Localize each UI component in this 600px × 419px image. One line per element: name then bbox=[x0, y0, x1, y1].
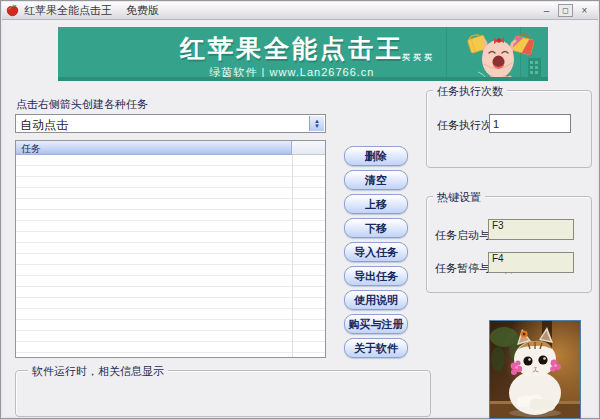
status-info-legend: 软件运行时，相关信息显示 bbox=[28, 364, 168, 379]
clear-button[interactable]: 清空 bbox=[344, 170, 408, 190]
spin-down-icon[interactable]: ▼ bbox=[314, 124, 320, 129]
exec-count-legend: 任务执行次数 bbox=[433, 84, 507, 99]
mascot-caption: 买买买 bbox=[402, 52, 435, 63]
move-up-button[interactable]: 上移 bbox=[344, 194, 408, 214]
import-tasks-button[interactable]: 导入任务 bbox=[344, 242, 408, 262]
exec-count-group: 任务执行次数 任务执行次数 bbox=[426, 90, 592, 168]
delete-button[interactable]: 删除 bbox=[344, 146, 408, 166]
start-stop-hotkey-input[interactable] bbox=[488, 219, 574, 240]
banner: 红苹果全能点击王 绿茵软件 | www.Lan26766.cn 买买买 bbox=[58, 27, 548, 81]
hotkey-group: 热键设置 任务启动与停止 任务暂停与继续 bbox=[426, 196, 592, 293]
help-button[interactable]: 使用说明 bbox=[344, 290, 408, 310]
app-window: 红苹果全能点击王免费版 – ◻ × 红苹果全能点击王 绿茵软件 | www.La… bbox=[0, 0, 600, 419]
banner-bottom-strip bbox=[58, 77, 548, 81]
column-separator bbox=[292, 155, 293, 357]
hotkey-legend: 热键设置 bbox=[433, 190, 485, 205]
task-list[interactable]: 任务 bbox=[15, 140, 326, 358]
app-title: 红苹果全能点击王 bbox=[24, 4, 112, 16]
task-list-body[interactable] bbox=[16, 155, 325, 357]
red-apple-icon bbox=[6, 4, 19, 17]
status-info-group: 软件运行时，相关信息显示 bbox=[15, 370, 431, 417]
move-down-button[interactable]: 下移 bbox=[344, 218, 408, 238]
cat-photo bbox=[489, 320, 581, 419]
buy-register-button[interactable]: 购买与注册 bbox=[344, 314, 408, 334]
minimize-icon[interactable]: – bbox=[539, 4, 554, 17]
window-title: 红苹果全能点击王免费版 bbox=[24, 3, 159, 18]
empty-column-header bbox=[292, 141, 325, 155]
close-icon[interactable]: × bbox=[577, 4, 592, 17]
edition-label: 免费版 bbox=[126, 4, 159, 16]
spinner-control[interactable]: ▲ ▼ bbox=[309, 116, 324, 131]
task-column-header[interactable]: 任务 bbox=[16, 141, 292, 155]
create-task-hint: 点击右侧箭头创建各种任务 bbox=[16, 97, 148, 112]
window-controls: – ◻ × bbox=[539, 4, 592, 17]
title-bar: 红苹果全能点击王免费版 – ◻ × bbox=[2, 2, 598, 20]
exec-count-input[interactable] bbox=[489, 114, 571, 133]
pause-resume-hotkey-input[interactable] bbox=[488, 252, 574, 273]
export-tasks-button[interactable]: 导出任务 bbox=[344, 266, 408, 286]
task-type-value: 自动点击 bbox=[20, 117, 68, 134]
shopper-mascot-icon bbox=[444, 28, 548, 81]
about-button[interactable]: 关于软件 bbox=[344, 338, 408, 358]
task-type-select[interactable]: 自动点击 ▲ ▼ bbox=[15, 114, 326, 133]
maximize-icon[interactable]: ◻ bbox=[558, 4, 573, 17]
cat-photo-image bbox=[490, 321, 580, 418]
